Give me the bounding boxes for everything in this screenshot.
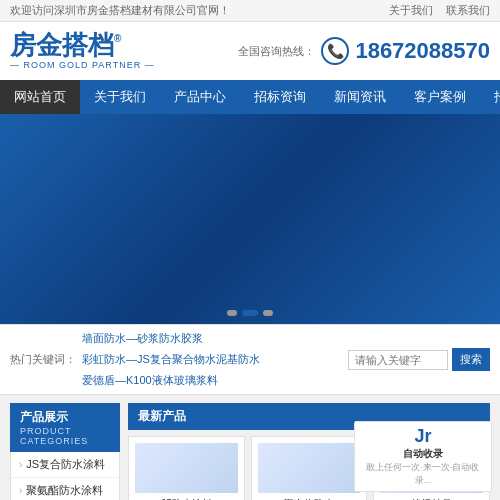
category-title: 产品展示 — [20, 409, 110, 426]
nav-item-news[interactable]: 新闻资讯 — [320, 80, 400, 114]
top-bar-left: 欢迎访问深圳市房金搭档建材有限公司官网！ — [10, 3, 230, 18]
hero-slider[interactable] — [0, 114, 500, 324]
phone-icon: 📞 — [321, 37, 349, 65]
category-item-1[interactable]: › JS复合防水涂料 — [11, 452, 119, 478]
hotline-label: 全国咨询热线： — [238, 44, 315, 59]
nav-item-tender[interactable]: 招标资询 — [240, 80, 320, 114]
search-button[interactable]: 搜索 — [452, 348, 490, 371]
slider-dot-2[interactable] — [242, 310, 258, 316]
hotline-number: 18672088570 — [355, 40, 490, 62]
about-link[interactable]: 关于我们 — [389, 4, 433, 16]
category-header: 产品展示 PRODUCT CATEGORIES — [10, 403, 120, 452]
product-card-1[interactable]: JS防水涂料 — [128, 436, 245, 500]
arrow-icon-2: › — [19, 485, 22, 496]
jr-badge: Jr 自动收录 敢上任何一次·来一次·自动收录... — [354, 421, 492, 492]
product-img-2 — [258, 443, 361, 493]
arrow-icon-1: › — [19, 459, 22, 470]
hotline-area: 全国咨询热线： 📞 18672088570 — [238, 37, 490, 65]
nav-item-products[interactable]: 产品中心 — [160, 80, 240, 114]
header: 房金搭档® — ROOM GOLD PARTNER — 全国咨询热线： 📞 18… — [0, 22, 500, 80]
search-input-wrap: 搜索 — [348, 348, 490, 371]
logo-area: 房金搭档® — ROOM GOLD PARTNER — — [10, 32, 155, 70]
hot-links: 墙面防水—砂浆防水胶浆 彩虹防水—JS复合聚合物水泥基防水 爱德盾—K100液体… — [82, 331, 342, 388]
nav-item-recruit[interactable]: 招贤纳士 — [480, 80, 500, 114]
category-list: › JS复合防水涂料 › 聚氨酯防水涂料 › 丙烯酸防水涂料 › 渗透结晶防水 … — [10, 452, 120, 500]
logo-main: 房金搭档 — [10, 32, 114, 58]
hot-link-2[interactable]: 彩虹防水—JS复合聚合物水泥基防水 — [82, 352, 260, 367]
top-bar-links: 关于我们 联系我们 — [379, 3, 490, 18]
nav-item-home[interactable]: 网站首页 — [0, 80, 80, 114]
contact-link[interactable]: 联系我们 — [446, 4, 490, 16]
category-subtitle: PRODUCT CATEGORIES — [20, 426, 110, 446]
left-sidebar: 产品展示 PRODUCT CATEGORIES › JS复合防水涂料 › 聚氨酯… — [10, 403, 120, 500]
jr-auto-label: 自动收录 — [363, 447, 483, 461]
hot-link-3[interactable]: 爱德盾—K100液体玻璃浆料 — [82, 373, 218, 388]
logo: 房金搭档® — [10, 32, 155, 58]
main-nav: 网站首页 关于我们 产品中心 招标资询 新闻资讯 客户案例 招贤纳士 联系我们 — [0, 80, 500, 114]
search-input[interactable] — [348, 350, 448, 370]
logo-reg: ® — [114, 34, 121, 44]
jr-tagline: 敢上任何一次·来一次·自动收录... — [363, 461, 483, 487]
category-item-2[interactable]: › 聚氨酯防水涂料 — [11, 478, 119, 500]
jr-logo: Jr — [363, 426, 483, 447]
slider-dots — [227, 310, 273, 316]
nav-item-cases[interactable]: 客户案例 — [400, 80, 480, 114]
product-img-1 — [135, 443, 238, 493]
nav-item-about[interactable]: 关于我们 — [80, 80, 160, 114]
hot-link-1[interactable]: 墙面防水—砂浆防水胶浆 — [82, 331, 203, 346]
search-bar: 热门关键词： 墙面防水—砂浆防水胶浆 彩虹防水—JS复合聚合物水泥基防水 爱德盾… — [0, 324, 500, 395]
top-bar: 欢迎访问深圳市房金搭档建材有限公司官网！ 关于我们 联系我们 — [0, 0, 500, 22]
search-label: 热门关键词： — [10, 352, 76, 367]
slider-dot-3[interactable] — [263, 310, 273, 316]
slider-dot-1[interactable] — [227, 310, 237, 316]
product-card-2[interactable]: 聚合物防水 — [251, 436, 368, 500]
logo-slogan: — ROOM GOLD PARTNER — — [10, 60, 155, 70]
